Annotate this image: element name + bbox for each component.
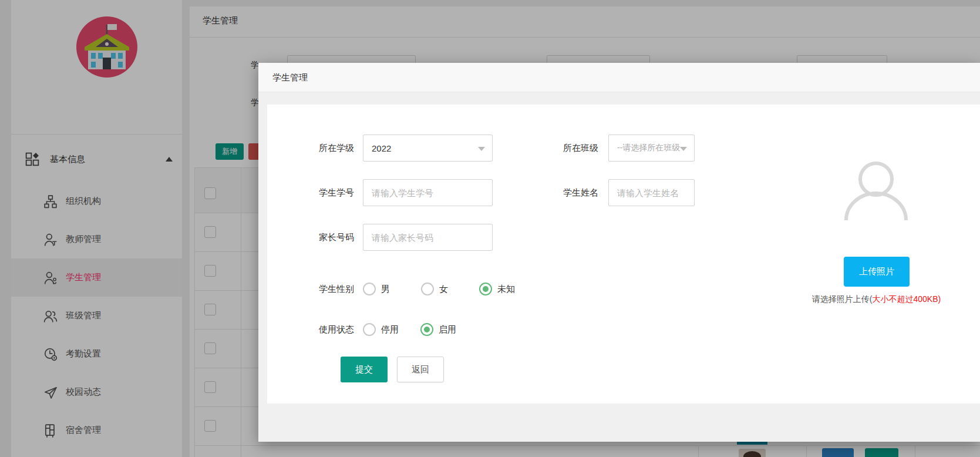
- class-label: 所在班级: [516, 135, 598, 162]
- submit-button[interactable]: 提交: [341, 357, 388, 382]
- student-edit-modal: 学生管理 所在学级 2022 所在班级 --请选择所在班级-- 学生学号 学生姓…: [258, 63, 980, 442]
- gender-radio-unknown[interactable]: 未知: [479, 283, 515, 295]
- radio-circle-icon: [479, 283, 492, 295]
- student-name-input[interactable]: [608, 179, 695, 206]
- back-button[interactable]: 返回: [397, 357, 444, 382]
- form-row-number-name: 学生学号 学生姓名: [272, 179, 695, 206]
- modal-title: 学生管理: [272, 72, 308, 83]
- parent-phone-input[interactable]: [363, 224, 493, 251]
- chevron-down-icon: [478, 147, 485, 151]
- grade-select[interactable]: 2022: [363, 135, 493, 162]
- upload-hint: 请选择照片上传(大小不超过400KB): [775, 294, 978, 305]
- gender-radio-male[interactable]: 男: [363, 283, 390, 295]
- student-number-input[interactable]: [363, 179, 493, 206]
- app-root: 基本信息 组织机构 教师管理 学生管理: [0, 0, 980, 457]
- radio-circle-icon: [363, 323, 376, 336]
- class-select[interactable]: --请选择所在班级--: [608, 135, 695, 162]
- radio-circle-icon: [420, 323, 433, 336]
- student-name-label: 学生姓名: [516, 179, 598, 206]
- gender-label: 学生性别: [272, 275, 354, 303]
- form-row-gender: 学生性别 男 女 未知: [272, 275, 515, 303]
- status-radio-enabled[interactable]: 启用: [420, 323, 456, 336]
- radio-circle-icon: [421, 283, 434, 295]
- form-row-parent-phone: 家长号码: [272, 224, 493, 251]
- status-radio-disabled[interactable]: 停用: [363, 323, 399, 336]
- form-row-grade-class: 所在学级 2022 所在班级 --请选择所在班级--: [272, 135, 695, 162]
- gender-radio-female[interactable]: 女: [421, 283, 448, 295]
- avatar-placeholder-icon: [844, 157, 908, 221]
- form-row-status: 使用状态 停用 启用: [272, 316, 456, 343]
- student-number-label: 学生学号: [272, 179, 354, 206]
- class-select-placeholder: --请选择所在班级--: [617, 143, 686, 153]
- parent-phone-label: 家长号码: [272, 224, 354, 251]
- grade-select-value: 2022: [372, 143, 391, 153]
- upload-hint-prefix: 请选择照片上传(: [812, 294, 873, 304]
- radio-circle-icon: [363, 283, 376, 295]
- upload-hint-warning: 大小不超过400KB): [872, 294, 941, 304]
- grade-label: 所在学级: [272, 135, 354, 162]
- modal-header: [258, 63, 980, 92]
- status-label: 使用状态: [272, 316, 354, 343]
- upload-photo-button[interactable]: 上传照片: [844, 257, 910, 287]
- chevron-down-icon: [680, 147, 687, 151]
